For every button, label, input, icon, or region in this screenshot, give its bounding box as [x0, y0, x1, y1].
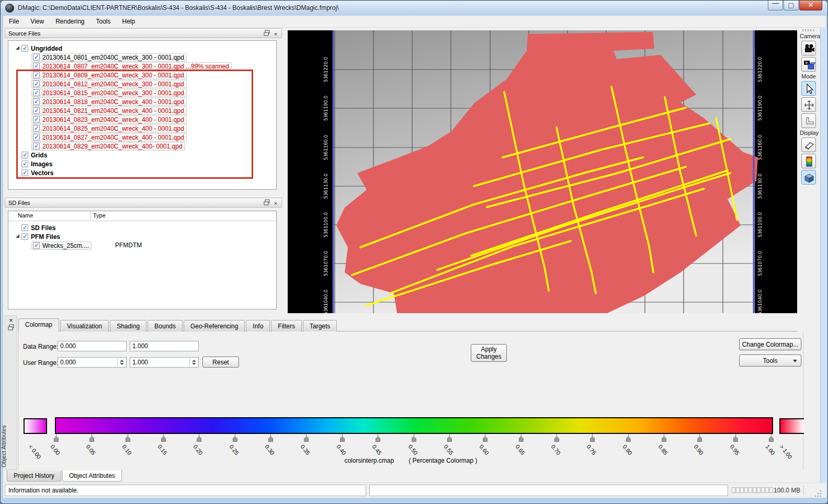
source-file-item[interactable]: 20130614_0818_em2040C_wreck_400 - 0001.q… [31, 97, 187, 106]
colorbar-tick-marker[interactable] [161, 436, 166, 442]
close-panel-icon[interactable]: × [272, 31, 279, 38]
colorbar-tick-marker[interactable] [412, 436, 416, 442]
reset-button[interactable]: Reset [202, 357, 239, 368]
title-bar[interactable]: DMagic: C:\DemoData\CLIENT-PARTNER\Boska… [1, 1, 827, 16]
checkbox[interactable] [21, 152, 28, 158]
checkbox[interactable] [33, 125, 40, 132]
toolbar-grip[interactable] [802, 29, 815, 31]
tab-targets[interactable]: Targets [303, 320, 337, 331]
column-name[interactable]: Name [18, 212, 33, 219]
tab-filters[interactable]: Filters [271, 320, 302, 331]
colorbar-tick-marker[interactable] [697, 436, 702, 442]
surface-display-button[interactable] [801, 170, 816, 185]
source-file-item[interactable]: 20130614_0809_em2040C_wreck_300 - 0001.q… [31, 71, 187, 79]
right-scroll-strip[interactable] [820, 28, 828, 497]
spin-up-icon[interactable] [120, 360, 124, 362]
float-panel-icon[interactable] [263, 30, 270, 37]
dock-tab-object-attributes[interactable]: Object Attributes [62, 471, 122, 482]
pan-mode-button[interactable] [801, 97, 816, 112]
change-colormap-button[interactable]: Change Colormap... [739, 338, 801, 350]
close-panel-icon[interactable]: × [272, 200, 279, 208]
user-range-max-spinbox[interactable]: 1.000 [130, 357, 199, 368]
checkbox[interactable] [21, 224, 28, 231]
dock-tab-project-history[interactable]: Project History [7, 471, 61, 482]
colorbar-tick-marker[interactable] [340, 436, 345, 442]
colorbar-tick-marker[interactable] [447, 436, 452, 442]
colorbar-tick-marker[interactable] [483, 436, 487, 442]
source-file-item[interactable]: 20130614_0807_em2040C_wreck_300 - 0001.q… [31, 62, 232, 71]
colorbar-tick-marker[interactable] [268, 436, 273, 442]
checkbox[interactable] [33, 54, 40, 61]
checkbox[interactable] [33, 242, 40, 249]
source-file-item[interactable]: 20130614_0815_em2040C_wreck_300 - 0001.q… [31, 88, 187, 97]
sd-tree-item[interactable]: SD Files [13, 223, 55, 232]
checkbox[interactable] [33, 98, 40, 105]
source-file-item[interactable]: 20130614_0801_em2040C_wreck_300 - 0001.q… [31, 53, 187, 62]
source-file-item[interactable]: 20130614_0823_em2040C_wreck_400 - 0001.q… [31, 115, 187, 124]
select-mode-button[interactable] [801, 81, 816, 96]
colorbar-tick-marker[interactable] [626, 436, 631, 442]
source-file-item[interactable]: 20130614_0821_em2040C_wreck_400 - 0001.q… [31, 106, 187, 115]
colorbar-tick-marker[interactable] [376, 436, 380, 442]
eraser-display-button[interactable] [801, 138, 816, 152]
checkbox[interactable] [33, 63, 40, 70]
checkbox[interactable] [21, 169, 28, 176]
sd-files-panel-header[interactable]: SD Files × [5, 198, 282, 208]
tools-dropdown[interactable]: Tools [739, 354, 801, 366]
minimize-button[interactable]: — [768, 1, 783, 10]
tab-bounds[interactable]: Bounds [148, 320, 183, 331]
maximize-button[interactable]: ▢ [784, 1, 799, 10]
checkbox[interactable] [33, 143, 40, 150]
colorbar-tick-marker[interactable] [733, 436, 738, 442]
camera-snapshot-button[interactable] [801, 57, 816, 72]
source-file-item[interactable]: 20130614_0829_em2040C_wreck_400- 0001.qp… [31, 142, 185, 151]
menu-view[interactable]: View [25, 16, 50, 27]
close-button[interactable]: ✕ [799, 1, 822, 10]
tab-geo-referencing[interactable]: Geo-Referencing [184, 320, 245, 331]
dock-close-icon[interactable]: × [5, 316, 17, 324]
colorbar-tick-marker[interactable] [54, 436, 59, 442]
source-files-panel-header[interactable]: Source Files × [5, 28, 282, 38]
source-file-item[interactable]: 20130614_0812_em2040C_wreck_300 - 0001.q… [31, 79, 187, 88]
measure-mode-button[interactable] [801, 113, 816, 128]
map-viewport[interactable]: 5361220.05361190.05361160.05361130.05361… [288, 30, 797, 313]
tree-item-grids[interactable]: Grids [13, 151, 47, 159]
colorbar-tick-marker[interactable] [197, 436, 201, 442]
column-type[interactable]: Type [93, 212, 106, 219]
tree-item-images[interactable]: Images [13, 159, 52, 168]
apply-changes-button[interactable]: Apply Changes [471, 344, 507, 362]
spin-up-icon[interactable] [192, 360, 196, 362]
checkbox[interactable] [33, 89, 40, 96]
colorbar-tick-marker[interactable] [89, 436, 94, 442]
user-range-min-spinbox[interactable]: 0.000 [58, 357, 127, 368]
data-range-max-input[interactable]: 1.000 [130, 341, 199, 351]
colorbar-display-button[interactable] [801, 154, 816, 168]
colorbar-tick-marker[interactable] [554, 436, 559, 442]
colorbar-tick-marker[interactable] [126, 436, 130, 442]
tab-visualization[interactable]: Visualization [60, 320, 109, 331]
menu-rendering[interactable]: Rendering [50, 16, 90, 27]
tab-shading[interactable]: Shading [110, 320, 146, 331]
checkbox[interactable] [33, 81, 40, 87]
menu-tools[interactable]: Tools [90, 16, 117, 27]
checkbox[interactable] [33, 72, 40, 78]
checkbox[interactable] [21, 45, 28, 52]
sd-tree-item[interactable]: PFM Files [13, 232, 60, 241]
colorbar-tick-marker[interactable] [769, 436, 774, 442]
camera-view-button[interactable] [801, 41, 816, 55]
resize-grip[interactable] [815, 489, 822, 497]
colorbar-tick-marker[interactable] [519, 436, 524, 442]
expander-icon[interactable] [16, 46, 19, 50]
colorbar-tick-marker[interactable] [304, 436, 309, 442]
source-file-item[interactable]: 20130614_0827_em2040C_wreck_400 - 0001.q… [31, 133, 187, 142]
colorbar-tick-marker[interactable] [662, 436, 666, 442]
spin-down-icon[interactable] [192, 363, 196, 365]
expander-icon[interactable] [16, 234, 19, 238]
dock-title-strip[interactable]: × Object Attributes [5, 315, 17, 470]
colorbar-gradient[interactable] [55, 417, 773, 434]
sd-files-column-header[interactable]: Name Type [8, 211, 276, 221]
dock-float-icon[interactable] [5, 324, 17, 332]
source-file-item[interactable]: 20130614_0825_em2040C_wreck_400 - 0001.q… [31, 124, 187, 133]
menu-file[interactable]: File [3, 16, 25, 27]
checkbox[interactable] [21, 233, 28, 240]
